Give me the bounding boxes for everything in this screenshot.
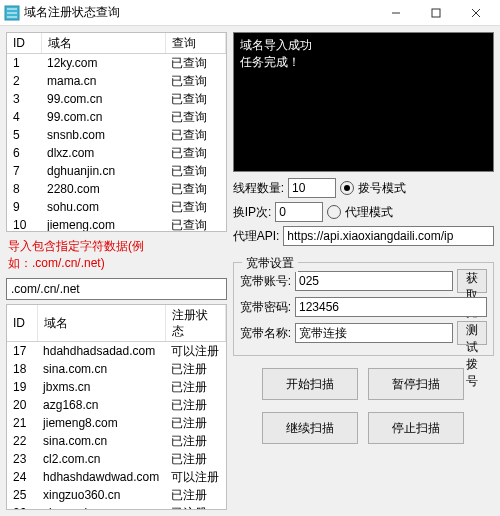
bb-password-label: 宽带密码: <box>240 299 291 316</box>
cell-id: 6 <box>7 144 41 162</box>
table-row[interactable]: 25xingzuo360.cn已注册 <box>7 486 225 504</box>
bb-name-label: 宽带名称: <box>240 325 291 342</box>
cell-query: 已查询 <box>165 126 225 144</box>
bb-account-input[interactable] <box>295 271 453 291</box>
cell-domain: 99.com.cn <box>41 108 165 126</box>
table-row[interactable]: 5snsnb.com已查询 <box>7 126 225 144</box>
col2-domain[interactable]: 域名 <box>37 305 165 342</box>
cell-domain: sohu.com <box>41 198 165 216</box>
cell-query: 已查询 <box>165 216 225 232</box>
cell-id: 22 <box>7 432 37 450</box>
cell-status: 已注册 <box>165 360 225 378</box>
col-query[interactable]: 查询 <box>165 33 225 54</box>
bb-password-input[interactable] <box>295 297 487 317</box>
table-row[interactable]: 82280.com已查询 <box>7 180 225 198</box>
cell-id: 20 <box>7 396 37 414</box>
stop-scan-button[interactable]: 停止扫描 <box>368 412 464 444</box>
table-row[interactable]: 20azg168.cn已注册 <box>7 396 225 414</box>
table-row[interactable]: 2mama.cn已查询 <box>7 72 225 90</box>
minimize-button[interactable] <box>376 0 416 26</box>
cell-id: 2 <box>7 72 41 90</box>
col2-status[interactable]: 注册状态 <box>165 305 225 342</box>
table-row[interactable]: 7dghuanjin.cn已查询 <box>7 162 225 180</box>
resume-scan-button[interactable]: 继续扫描 <box>262 412 358 444</box>
table-row[interactable]: 17hdahdhadsadad.com可以注册 <box>7 342 225 361</box>
cell-query: 已查询 <box>165 144 225 162</box>
cell-status: 已注册 <box>165 450 225 468</box>
cell-query: 已查询 <box>165 180 225 198</box>
start-scan-button[interactable]: 开始扫描 <box>262 368 358 400</box>
table-row[interactable]: 21jiemeng8.com已注册 <box>7 414 225 432</box>
threads-input[interactable] <box>288 178 336 198</box>
filter-hint: 导入包含指定字符数据(例如：.com/.cn/.net) <box>8 238 227 272</box>
titlebar: 域名注册状态查询 <box>0 0 500 26</box>
table-row[interactable]: 399.com.cn已查询 <box>7 90 225 108</box>
table-row[interactable]: 24hdhashdawdwad.com可以注册 <box>7 468 225 486</box>
bb-account-label: 宽带账号: <box>240 273 291 290</box>
mode-dial-label: 拨号模式 <box>358 180 406 197</box>
cell-query: 已查询 <box>165 162 225 180</box>
app-icon <box>4 5 20 21</box>
cell-id: 19 <box>7 378 37 396</box>
table-row[interactable]: 26xingyunba.com已注册 <box>7 504 225 510</box>
cell-query: 已查询 <box>165 72 225 90</box>
cell-id: 1 <box>7 54 41 73</box>
pause-scan-button[interactable]: 暂停扫描 <box>368 368 464 400</box>
bb-name-input[interactable] <box>295 323 453 343</box>
maximize-button[interactable] <box>416 0 456 26</box>
mode-proxy-radio[interactable] <box>327 205 341 219</box>
cell-id: 23 <box>7 450 37 468</box>
table-row[interactable]: 112ky.com已查询 <box>7 54 225 73</box>
ip-input[interactable] <box>275 202 323 222</box>
col2-id[interactable]: ID <box>7 305 37 342</box>
table-row[interactable]: 19jbxms.cn已注册 <box>7 378 225 396</box>
cell-domain: cl2.com.cn <box>37 450 165 468</box>
cell-status: 已注册 <box>165 504 225 510</box>
cell-domain: sina.com.cn <box>37 360 165 378</box>
test-dial-button[interactable]: 测试拨号 <box>457 321 487 345</box>
cell-query: 已查询 <box>165 54 225 73</box>
cell-query: 已查询 <box>165 108 225 126</box>
settings-area: 线程数量: 拨号模式 换IP次: 代理模式 代理API: <box>233 178 494 250</box>
cell-id: 5 <box>7 126 41 144</box>
close-button[interactable] <box>456 0 496 26</box>
table-row[interactable]: 10jiemeng.com已查询 <box>7 216 225 232</box>
api-input[interactable] <box>283 226 494 246</box>
cell-domain: mama.cn <box>41 72 165 90</box>
cell-domain: dlxz.com <box>41 144 165 162</box>
broadband-group: 宽带设置 宽带账号: 获取宽带 宽带密码: 宽带名称: 测试拨号 <box>233 262 494 356</box>
cell-id: 7 <box>7 162 41 180</box>
cell-domain: snsnb.com <box>41 126 165 144</box>
cell-status: 已注册 <box>165 486 225 504</box>
cell-id: 9 <box>7 198 41 216</box>
table-row[interactable]: 9sohu.com已查询 <box>7 198 225 216</box>
table-row[interactable]: 23cl2.com.cn已注册 <box>7 450 225 468</box>
table-row[interactable]: 18sina.com.cn已注册 <box>7 360 225 378</box>
cell-id: 17 <box>7 342 37 361</box>
get-broadband-button[interactable]: 获取宽带 <box>457 269 487 293</box>
threads-label: 线程数量: <box>233 180 284 197</box>
cell-domain: sina.com.cn <box>37 432 165 450</box>
cell-id: 26 <box>7 504 37 510</box>
mode-dial-radio[interactable] <box>340 181 354 195</box>
table-row[interactable]: 6dlxz.com已查询 <box>7 144 225 162</box>
svg-rect-2 <box>432 9 440 17</box>
cell-domain: 99.com.cn <box>41 90 165 108</box>
mode-proxy-label: 代理模式 <box>345 204 393 221</box>
status-listview[interactable]: ID 域名 注册状态 17hdahdhadsadad.com可以注册18sina… <box>6 304 227 510</box>
cell-status: 已注册 <box>165 414 225 432</box>
col-id[interactable]: ID <box>7 33 41 54</box>
cell-id: 4 <box>7 108 41 126</box>
cell-status: 已注册 <box>165 378 225 396</box>
window-title: 域名注册状态查询 <box>24 4 376 21</box>
cell-status: 已注册 <box>165 432 225 450</box>
cell-domain: jbxms.cn <box>37 378 165 396</box>
filter-input[interactable] <box>6 278 227 300</box>
cell-domain: jiemeng.com <box>41 216 165 232</box>
query-listview[interactable]: ID 域名 查询 112ky.com已查询2mama.cn已查询399.com.… <box>6 32 227 232</box>
table-row[interactable]: 22sina.com.cn已注册 <box>7 432 225 450</box>
table-row[interactable]: 499.com.cn已查询 <box>7 108 225 126</box>
col-domain[interactable]: 域名 <box>41 33 165 54</box>
cell-domain: hdhashdawdwad.com <box>37 468 165 486</box>
cell-domain: xingyunba.com <box>37 504 165 510</box>
